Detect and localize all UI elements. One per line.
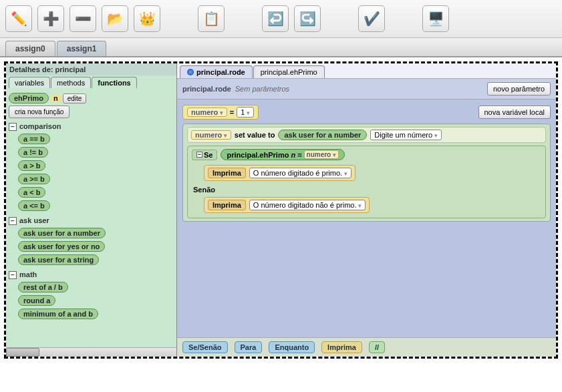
main-toolbar: ✏️ ➕ ➖ 📂 👑 📋 ↩️ ↪️ ✔️ 🖥️	[0, 0, 562, 38]
foot-comment[interactable]: //	[369, 341, 385, 353]
call-arg[interactable]: numero	[304, 150, 339, 159]
print-msg1[interactable]: O número digitado é primo.	[249, 168, 352, 178]
math-min[interactable]: minimum of a and b	[18, 309, 98, 319]
ask-number[interactable]: ask user for a number	[18, 228, 106, 238]
editor-body: numero = 1 nova variável local numero se…	[177, 100, 556, 337]
cat-askuser-header[interactable]: ask user	[9, 215, 174, 226]
cat-math-header[interactable]: math	[9, 269, 174, 280]
tab-methods[interactable]: methods	[51, 77, 91, 88]
check-icon[interactable]: ✔️	[358, 5, 385, 32]
editor-footer: Se/Senão Para Enquanto Imprima //	[177, 337, 556, 357]
file-title: principal.rode	[182, 85, 231, 93]
add-icon[interactable]: ➕	[37, 5, 64, 32]
if-block: −Se principal.ehPrimo n = numero Imprima…	[187, 146, 546, 218]
ask-prompt[interactable]: Digite um número	[370, 130, 441, 140]
remove-icon[interactable]: ➖	[69, 5, 96, 32]
fn-ehprimo[interactable]: ehPrimo	[9, 93, 49, 104]
sidebar: Detalhes de: principal variables methods…	[6, 63, 177, 357]
ask-yesno[interactable]: ask user for yes or no	[18, 241, 105, 252]
sidebar-scrollbar[interactable]	[6, 347, 176, 357]
tab-functions[interactable]: functions	[92, 77, 137, 88]
math-round[interactable]: round a	[18, 295, 55, 306]
set-kw: set value to	[235, 131, 275, 139]
code-block: numero set value to ask user for a numbe…	[182, 124, 551, 222]
doc-tab-1[interactable]: assign1	[57, 41, 107, 56]
call-pill[interactable]: principal.ehPrimo n = numero	[221, 149, 344, 160]
cat-askuser: ask user ask user for a number ask user …	[9, 215, 174, 266]
cmp-ne[interactable]: a != b	[18, 147, 48, 158]
print-then[interactable]: Imprima O número digitado é primo.	[204, 165, 356, 181]
new-fn-button[interactable]: cria nova função	[9, 106, 69, 118]
file-sub: Sem parâmetros	[235, 85, 289, 93]
new-param-button[interactable]: novo parâmetro	[487, 82, 551, 95]
cat-math: math rest of a / b round a minimum of a …	[9, 269, 174, 321]
sidebar-body: ehPrimo n edite cria nova função compari…	[6, 88, 176, 347]
cmp-lt[interactable]: a < b	[18, 187, 45, 198]
run-icon[interactable]: 🖥️	[422, 5, 449, 32]
set-target[interactable]: numero	[191, 130, 231, 140]
math-rest[interactable]: rest of a / b	[18, 282, 68, 292]
ed-tab-ehprimo[interactable]: principal.ehPrimo	[253, 65, 325, 78]
dot-icon	[187, 69, 194, 75]
cmp-gt[interactable]: a > b	[18, 160, 45, 171]
var-value[interactable]: 1	[237, 107, 254, 118]
var-name[interactable]: numero	[187, 108, 227, 117]
doc-tab-0[interactable]: assign0	[5, 41, 55, 56]
cmp-le[interactable]: a <= b	[18, 200, 50, 211]
ed-tab-rode[interactable]: principal.rode	[180, 65, 253, 78]
cat-comparison-header[interactable]: comparison	[9, 121, 174, 132]
foot-for[interactable]: Para	[235, 341, 263, 353]
editor-header: principal.rodeSem parâmetros novo parâme…	[177, 79, 556, 100]
cmp-eq[interactable]: a == b	[18, 134, 50, 144]
editor-tabs: principal.rode principal.ehPrimo	[177, 63, 556, 79]
else-label: Senão	[193, 186, 541, 194]
document-tabs: assign0 assign1	[0, 38, 562, 57]
workspace: Detalhes de: principal variables methods…	[4, 61, 558, 359]
var-decl[interactable]: numero = 1	[182, 105, 259, 120]
foot-ifelse[interactable]: Se/Senão	[182, 341, 228, 353]
print-msg2[interactable]: O número digitado não é primo.	[249, 200, 366, 210]
editor: principal.rode principal.ehPrimo princip…	[177, 63, 556, 357]
cmp-ge[interactable]: a >= b	[18, 174, 50, 184]
print-kw: Imprima	[208, 168, 246, 178]
open-icon[interactable]: 📂	[102, 5, 128, 32]
foot-print[interactable]: Imprima	[321, 341, 362, 353]
edit-icon[interactable]: ✏️	[5, 5, 32, 32]
redo-icon[interactable]: ↪️	[294, 5, 321, 32]
foot-while[interactable]: Enquanto	[269, 341, 315, 353]
crown-icon[interactable]: 👑	[134, 5, 160, 32]
edit-fn-button[interactable]: edite	[63, 93, 87, 104]
sidebar-tabs: variables methods functions	[6, 75, 176, 88]
collapse-icon[interactable]: −	[196, 152, 202, 158]
cat-comparison: comparison a == b a != b a > b a >= b a …	[9, 121, 174, 212]
ask-pill[interactable]: ask user for a number	[278, 130, 367, 140]
if-label[interactable]: −Se	[192, 150, 217, 160]
print-kw2: Imprima	[208, 200, 246, 210]
fn-param[interactable]: n	[51, 94, 61, 102]
print-else[interactable]: Imprima O número digitado não é primo.	[204, 197, 370, 213]
new-var-button[interactable]: nova variável local	[478, 106, 551, 119]
clipboard-icon[interactable]: 📋	[198, 5, 225, 32]
sidebar-title: Detalhes de: principal	[6, 63, 176, 75]
ask-string[interactable]: ask user for a string	[18, 254, 99, 265]
tab-variables[interactable]: variables	[9, 77, 50, 88]
undo-icon[interactable]: ↩️	[262, 5, 289, 32]
